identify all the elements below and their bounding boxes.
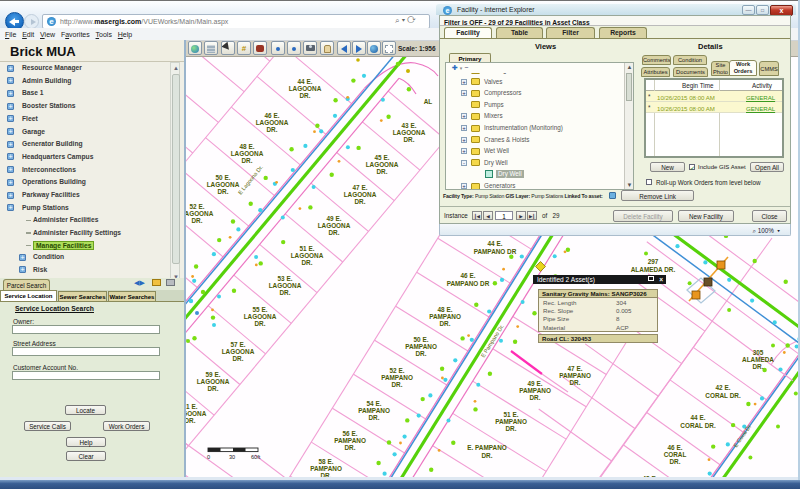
svg-text:50 E.: 50 E. [414,336,429,343]
svg-text:51 E.: 51 E. [504,411,519,418]
svg-text:PAMPANO DR: PAMPANO DR [447,280,490,287]
svg-text:PAMPANO: PAMPANO [358,407,390,414]
svg-text:LAGOONA: LAGOONA [393,129,426,136]
svg-text:46 E.: 46 E. [668,444,683,451]
svg-text:47 E.: 47 E. [568,365,583,372]
svg-text:PAMPANO: PAMPANO [559,372,591,379]
svg-text:LAGOONA: LAGOONA [256,119,289,126]
svg-text:45 E.: 45 E. [375,154,390,161]
svg-text:E. PAMPANO: E. PAMPANO [467,444,507,451]
svg-text:PAMPANO DR: PAMPANO DR [474,248,517,255]
svg-text:ALAMEDA DR.: ALAMEDA DR. [631,266,676,273]
svg-text:DR.: DR. [669,458,680,465]
svg-text:DR.: DR. [241,157,252,164]
svg-text:DR.: DR. [266,126,277,133]
svg-text:46 E.: 46 E. [461,272,476,279]
svg-text:DR.: DR. [391,381,402,388]
svg-text:DR.: DR. [376,168,387,175]
svg-text:47 E.: 47 E. [353,184,368,191]
svg-text:48 E.: 48 E. [438,306,453,313]
svg-text:CORAL: CORAL [664,451,687,458]
svg-text:305: 305 [753,349,764,356]
svg-text:DR.: DR. [217,188,228,195]
svg-text:49 E.: 49 E. [528,380,543,387]
svg-text:DR.: DR. [403,136,414,143]
svg-text:DR.: DR. [301,259,312,266]
svg-text:DR.: DR. [191,217,202,224]
svg-text:43 E.: 43 E. [402,122,417,129]
svg-text:ALAMEDA: ALAMEDA [742,356,774,363]
svg-text:61 E.: 61 E. [186,403,198,410]
svg-text:49 E.: 49 E. [327,215,342,222]
svg-text:57 E.: 57 E. [231,341,246,348]
svg-text:LAGOONA: LAGOONA [207,181,240,188]
svg-text:CORAL DR.: CORAL DR. [705,392,741,399]
svg-text:DR.: DR. [254,320,265,327]
svg-text:PAMPANO: PAMPANO [519,387,551,394]
svg-text:PAMPANO: PAMPANO [310,465,342,472]
svg-text:52 E.: 52 E. [190,203,205,210]
svg-text:DR.: DR. [569,379,580,386]
svg-text:297: 297 [648,258,659,265]
svg-text:PAMPANO: PAMPANO [334,437,366,444]
svg-text:44 E.: 44 E. [691,414,706,421]
svg-text:60ft: 60ft [251,454,261,460]
svg-text:52 E.: 52 E. [390,367,405,374]
svg-text:58 E.: 58 E. [319,458,334,465]
svg-text:LAGOONA: LAGOONA [318,222,351,229]
svg-text:55 E.: 55 E. [253,306,268,313]
svg-text:DR.: DR. [415,350,426,357]
svg-text:DR.: DR. [368,414,379,421]
svg-text:46 E.: 46 E. [265,112,280,119]
svg-text:54 E.: 54 E. [367,400,382,407]
svg-text:LAGOONA: LAGOONA [197,378,230,385]
svg-text:PAMPANO: PAMPANO [405,343,437,350]
svg-text:DR.: DR. [354,198,365,205]
svg-text:50 E.: 50 E. [216,174,231,181]
svg-text:51 E.: 51 E. [300,245,315,252]
svg-text:PAMPANO: PAMPANO [381,374,413,381]
svg-text:44 E.: 44 E. [298,78,313,85]
svg-text:56 E.: 56 E. [343,430,358,437]
svg-text:DR.: DR. [207,385,218,392]
svg-text:LAGOONA: LAGOONA [244,313,277,320]
svg-text:AL: AL [424,98,433,105]
svg-text:DR.: DR. [439,320,450,327]
svg-text:LAGOONA: LAGOONA [222,348,255,355]
svg-text:PAMPANO: PAMPANO [495,418,527,425]
svg-text:59 E.: 59 E. [206,371,221,378]
svg-text:LAGOONA: LAGOONA [291,252,324,259]
svg-text:DR.: DR. [481,452,492,459]
svg-text:LAGOONA: LAGOONA [231,150,264,157]
svg-text:LAGOONA: LAGOONA [366,161,399,168]
svg-text:30: 30 [229,454,235,460]
svg-text:DR.: DR. [505,425,516,432]
svg-text:0: 0 [207,454,210,460]
svg-text:DR.: DR. [299,92,310,99]
svg-text:LAGOONA: LAGOONA [269,282,302,289]
svg-text:DR.: DR. [529,394,540,401]
svg-text:LAGOONA: LAGOONA [289,85,322,92]
svg-text:DR.: DR. [279,289,290,296]
svg-text:53 E.: 53 E. [278,275,293,282]
svg-text:DR.: DR. [344,444,355,451]
svg-text:CORAL DR.: CORAL DR. [680,422,716,429]
svg-text:48 E.: 48 E. [240,143,255,150]
svg-text:PAMPANO: PAMPANO [429,313,461,320]
svg-text:DR.: DR. [186,417,196,424]
svg-text:44 E.: 44 E. [488,240,503,247]
svg-text:LAGOONA: LAGOONA [186,210,214,217]
svg-text:DR.: DR. [328,229,339,236]
svg-text:DR.: DR. [752,363,763,370]
svg-text:LAGOONA: LAGOONA [344,191,377,198]
svg-text:42 E.: 42 E. [716,384,731,391]
svg-text:DR.: DR. [232,355,243,362]
svg-text:LAGOONA: LAGOONA [186,410,207,417]
